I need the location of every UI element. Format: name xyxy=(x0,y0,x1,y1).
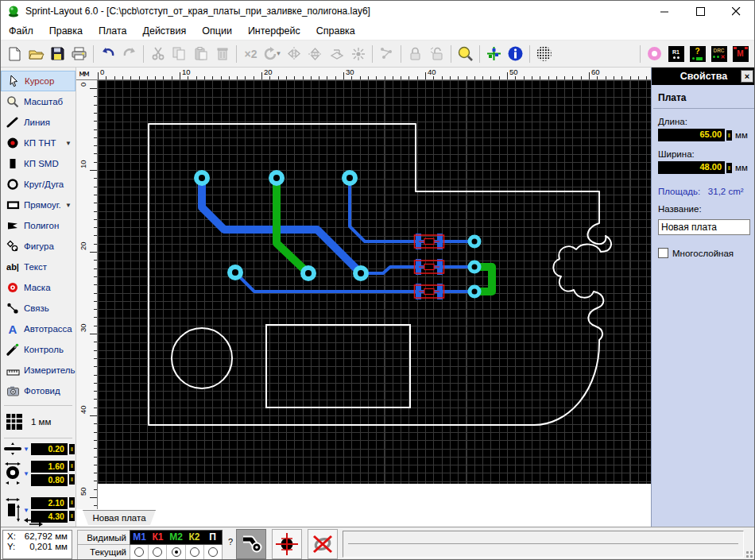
collapse-button[interactable] xyxy=(347,43,369,64)
macro-library-button[interactable]: M xyxy=(730,43,751,64)
new-file-button[interactable] xyxy=(4,43,25,64)
layer-toggle-p[interactable]: П xyxy=(203,531,222,544)
zoom-region-button[interactable] xyxy=(455,43,476,64)
sidebar-item-pad-tht[interactable]: КП ТНТ ▼ xyxy=(1,133,76,153)
properties-header[interactable]: Свойства × xyxy=(652,68,755,85)
pad-size-dropdown[interactable]: ▼ xyxy=(23,470,29,477)
sidebar-item-zoom[interactable]: Масштаб xyxy=(1,91,76,112)
macro-r1-button[interactable]: R1 xyxy=(665,43,687,64)
resistor-footprint xyxy=(415,284,444,299)
menu-interface[interactable]: Интерфейс xyxy=(240,22,308,40)
smd-height-grip[interactable]: ‖ xyxy=(69,511,75,521)
current-layer-radio-m2[interactable] xyxy=(167,545,185,559)
length-value[interactable]: 65.00 xyxy=(658,129,725,141)
grid-selector[interactable]: 1 мм xyxy=(1,410,76,434)
track-width-grip[interactable]: ‖ xyxy=(69,444,75,454)
ground-plane-button[interactable] xyxy=(533,43,555,64)
menu-edit[interactable]: Правка xyxy=(41,22,91,40)
rotate-button[interactable]: ▼ xyxy=(261,43,283,64)
sidebar-item-photoview[interactable]: Фотовид xyxy=(1,380,76,401)
resize-grip[interactable] xyxy=(745,550,753,558)
board-tab[interactable]: Новая плата xyxy=(83,510,156,525)
undo-button[interactable] xyxy=(97,43,118,64)
menu-board[interactable]: Плата xyxy=(91,22,135,40)
pad-outer-grip[interactable]: ‖ xyxy=(69,461,75,471)
pcb-document[interactable] xyxy=(98,80,651,484)
snap-crosshair-button[interactable] xyxy=(483,43,505,64)
pad-hole-value[interactable]: 0.80 xyxy=(31,474,68,486)
current-layer-radio-k2[interactable] xyxy=(186,545,204,559)
smd-size-dropdown[interactable]: ▼ xyxy=(23,507,29,514)
sidebar-item-mask[interactable]: Маска xyxy=(1,277,76,298)
component-help-button[interactable]: ? xyxy=(687,43,708,64)
layer-toggle-k2[interactable]: К2 xyxy=(185,531,203,544)
sidebar-item-rectangle[interactable]: Прямоуг. ▼ xyxy=(1,195,76,215)
track-width-dropdown[interactable]: ▼ xyxy=(23,446,29,453)
rotate-dropdown-caret[interactable]: ▼ xyxy=(276,50,282,57)
menu-file[interactable]: Файл xyxy=(1,22,41,40)
current-layer-radio-p[interactable] xyxy=(204,545,222,559)
sidebar-item-autoroute[interactable]: A Автотрасса xyxy=(1,319,76,339)
current-layer-row xyxy=(130,545,223,560)
layer-toggle-m2[interactable]: М2 xyxy=(167,531,185,544)
smd-width-grip[interactable]: ‖ xyxy=(69,497,75,508)
rectangle-dropdown[interactable]: ▼ xyxy=(65,202,72,209)
open-file-button[interactable] xyxy=(25,43,47,64)
sidebar-item-pad-smd[interactable]: КП SMD xyxy=(1,153,76,174)
save-button[interactable] xyxy=(47,43,68,64)
layer-toggle-k1[interactable]: К1 xyxy=(149,531,167,544)
pad-hole-grip[interactable]: ‖ xyxy=(69,474,75,485)
length-grip[interactable]: ‖ xyxy=(726,130,732,141)
unlock-button[interactable] xyxy=(426,43,447,64)
close-button[interactable] xyxy=(718,1,754,21)
duplicate-x2-button[interactable]: ×2 xyxy=(240,43,261,64)
layer-toggle-m1[interactable]: М1 xyxy=(130,531,149,544)
mirror-horizontal-button[interactable] xyxy=(283,43,304,64)
drc-button[interactable]: DRC✕ xyxy=(708,43,730,64)
board-name-input[interactable] xyxy=(658,219,750,235)
sidebar-item-text[interactable]: ab| Текст xyxy=(1,257,76,277)
sidebar-item-test[interactable]: Контроль xyxy=(1,339,76,360)
sidebar-item-polygon[interactable]: Полигон xyxy=(1,215,76,236)
sidebar-item-line[interactable]: Линия xyxy=(1,112,76,133)
to-layer-button[interactable] xyxy=(326,43,347,64)
x2-label: ×2 xyxy=(245,48,257,60)
maximize-button[interactable] xyxy=(683,1,718,21)
lock-button[interactable] xyxy=(405,43,426,64)
sidebar-item-measure[interactable]: Измеритель xyxy=(1,360,76,380)
properties-close-button[interactable]: × xyxy=(741,70,753,83)
multilayer-checkbox[interactable] xyxy=(658,248,668,258)
minimize-button[interactable] xyxy=(647,1,683,21)
sidebar-item-shape[interactable]: Фигура xyxy=(1,236,76,257)
current-layer-radio-m1[interactable] xyxy=(130,545,149,559)
width-grip[interactable]: ‖ xyxy=(726,163,732,173)
multilayer-row[interactable]: Многослойная xyxy=(652,235,755,258)
current-layer-radio-k1[interactable] xyxy=(149,545,167,559)
print-button[interactable] xyxy=(68,43,90,64)
menu-help[interactable]: Справка xyxy=(308,22,363,40)
width-value[interactable]: 48.00 xyxy=(658,161,725,174)
pad-outer-value[interactable]: 1.60 xyxy=(31,461,68,473)
track-width-value[interactable]: 0.20 xyxy=(31,443,68,455)
solder-mask-button[interactable] xyxy=(644,43,665,64)
cut-button[interactable] xyxy=(147,43,168,64)
pad-tht-dropdown[interactable]: ▼ xyxy=(65,140,72,147)
smd-width-value[interactable]: 2.10 xyxy=(31,497,68,509)
hide-pour-button[interactable] xyxy=(308,529,338,559)
info-button[interactable] xyxy=(505,43,526,64)
sidebar-item-circle-arc[interactable]: Круг/Дуга xyxy=(1,174,76,195)
redo-button[interactable] xyxy=(118,43,140,64)
menu-options[interactable]: Опции xyxy=(194,22,240,40)
sidebar-item-cursor[interactable]: Курсор xyxy=(1,71,76,91)
paste-button[interactable] xyxy=(190,43,211,64)
copy-button[interactable] xyxy=(168,43,190,64)
sidebar-item-connection[interactable]: Связь xyxy=(1,298,76,319)
delete-button[interactable] xyxy=(211,43,233,64)
connections-button[interactable] xyxy=(376,43,397,64)
crosshair-snap-button[interactable] xyxy=(272,529,302,559)
layer-help[interactable]: ? xyxy=(228,537,233,546)
track-bend-mode-button[interactable] xyxy=(236,529,266,559)
pcb-canvas[interactable] xyxy=(98,80,651,509)
menu-actions[interactable]: Действия xyxy=(134,22,194,40)
mirror-vertical-button[interactable] xyxy=(304,43,326,64)
